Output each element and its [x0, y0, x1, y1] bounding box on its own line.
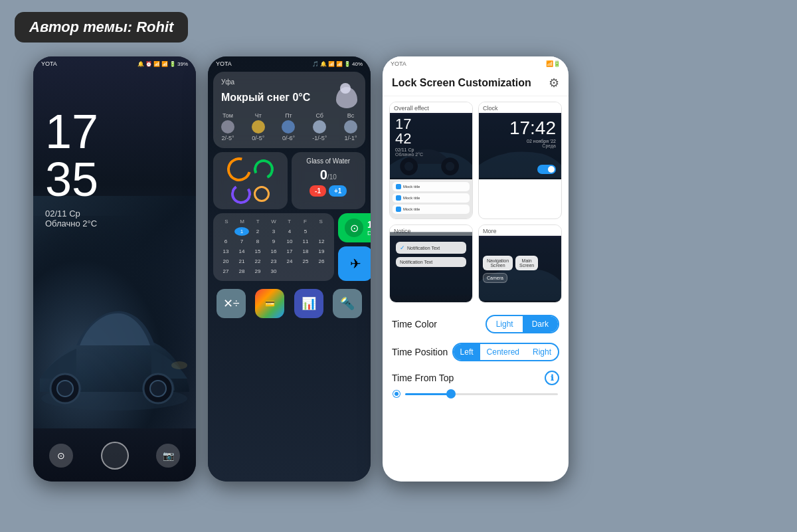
time-color-toggle: Light Dark [486, 315, 559, 333]
data-widget: ⊙ 1.2 GB Data Used [338, 213, 371, 242]
telegram-app-icon[interactable]: ✈ [338, 246, 371, 281]
notif-icon-0 [396, 184, 401, 189]
clock-preview: 17:42 02 ноября '22 Среда [479, 113, 561, 179]
pos-centered[interactable]: Centered [480, 344, 526, 360]
author-text: Автор темы: Rohit [29, 19, 173, 35]
time-position-selector: Left Centered Right [452, 343, 559, 361]
notice-preview: ✓ Notification Text Notification Text [390, 236, 472, 302]
calendar-grid: 1 2 3 4 5 6 7 8 9 10 11 12 [219, 227, 329, 276]
phone3-body: YOTA 📶🔋 Lock Screen Customization ⚙ Over… [383, 56, 569, 482]
settings-controls: Time Color Light Dark Time Position Left… [383, 308, 569, 404]
time-from-top-slider[interactable] [405, 393, 558, 395]
pos-left[interactable]: Left [454, 344, 480, 360]
clock-date: 02 ноября '22 [484, 139, 556, 143]
data-info: 1.2 GB Data Used [367, 219, 371, 236]
phone3-settings: YOTA 📶🔋 Lock Screen Customization ⚙ Over… [383, 56, 569, 482]
overall-weather: Облачно 2°C [395, 152, 467, 157]
wallet-icon[interactable]: 💳 [255, 289, 284, 318]
time-color-light[interactable]: Light [487, 316, 523, 332]
phone1-minute: 35 [45, 155, 184, 203]
phone1-home-button[interactable] [101, 442, 129, 470]
phone1-camera-button[interactable]: ⊙ [49, 444, 73, 468]
phone1-bottom-controls: ⊙ 📷 [33, 442, 196, 470]
notice-card: Notice ✓ Notification Text [389, 224, 473, 303]
clock-card: Clock 17:42 02 ноября '22 Среда [478, 102, 562, 219]
svg-point-5 [150, 381, 166, 397]
notification-row-1: Mock title [393, 193, 470, 203]
author-badge: Автор темы: Rohit [15, 12, 188, 43]
phone-container: YOTA 🔔 ⏰ 📶 📶 🔋 39% 17 35 02/11 Ср Облачн… [33, 56, 569, 482]
notif-icon-2 [396, 207, 401, 212]
overall-time-m: 42 [395, 132, 467, 146]
filter-icon[interactable]: ⚙ [549, 76, 559, 90]
phone1-date: 02/11 Ср [45, 209, 184, 219]
notification-row-2: Mock title [393, 205, 470, 214]
water-count: 0 [320, 167, 327, 183]
notification-row-0: Mock title [393, 182, 470, 191]
svg-point-10 [446, 162, 454, 171]
phone1-flash-button[interactable]: 📷 [156, 444, 180, 468]
clock-day: Среда [484, 143, 556, 148]
slider-thumb[interactable] [446, 389, 456, 399]
phone2-carrier: YOTA [216, 60, 232, 67]
clock-label: Clock [479, 102, 561, 113]
tools-row: ✕÷ 💳 📊 🔦 [213, 289, 365, 318]
svg-point-3 [57, 381, 73, 397]
phone1-clock: 17 35 [45, 108, 184, 203]
audio-icon[interactable]: 📊 [294, 289, 323, 318]
time-from-top-info-icon[interactable]: ℹ [545, 371, 559, 385]
data-size: 1.2 GB [367, 219, 371, 230]
activity-widget [213, 152, 288, 209]
water-widget: Glass of Water 0 /10 -1 +1 [292, 152, 366, 209]
more-option-camera[interactable]: Camera [483, 273, 507, 283]
torch-icon[interactable]: 🔦 [333, 289, 362, 318]
phone1-weather: Облачно 2°C [45, 219, 184, 228]
notif-icon-1 [396, 195, 401, 201]
weather-widget: Уфа Мокрый снег 0°C Том 2/-5° [213, 72, 365, 148]
notice-text-2: Notification Text [396, 257, 466, 267]
phone1-main-content: 17 35 02/11 Ср Облачно 2°C [33, 69, 196, 228]
preview-cards-grid: Overall effect 17 [383, 96, 569, 308]
time-from-top-row: Time From Top ℹ [392, 371, 559, 385]
phone2-status-bar: YOTA 🎵 🔔 📶 📶 🔋 40% [208, 56, 371, 69]
time-color-label: Time Color [392, 319, 437, 329]
pos-right[interactable]: Right [526, 344, 558, 360]
clock-time: 17:42 [484, 118, 556, 139]
overall-time-h: 17 [395, 117, 467, 132]
forecast-day-1: Чт 0/-5° [252, 112, 265, 141]
widget-grid-row1: Glass of Water 0 /10 -1 +1 [213, 152, 365, 209]
more-card: More NavigationScreen MainScreen Camera [478, 224, 562, 303]
forecast-day-0: Том 2/-5° [221, 112, 234, 141]
more-preview: NavigationScreen MainScreen Camera [479, 236, 561, 302]
settings-title: Lock Screen Customization [392, 77, 531, 89]
water-minus-btn[interactable]: -1 [310, 185, 326, 197]
svg-point-8 [404, 162, 413, 171]
forecast-day-2: Пт 0/-6° [282, 112, 295, 141]
more-option-main[interactable]: MainScreen [515, 256, 538, 270]
time-from-top-label: Time From Top [392, 373, 454, 383]
clock-toggle[interactable] [537, 165, 556, 174]
time-color-dark[interactable]: Dark [523, 316, 558, 332]
data-label: Data Used [367, 230, 371, 236]
forecast-day-3: Сб -1/-5° [312, 112, 327, 141]
weather-forecast: Том 2/-5° Чт 0/-5° Пт 0/-6° [221, 112, 357, 141]
more-option-navigation[interactable]: NavigationScreen [483, 256, 513, 270]
water-max: /10 [327, 173, 337, 181]
phone2-status-icons: 🎵 🔔 📶 📶 🔋 40% [312, 61, 363, 67]
time-position-label: Time Position [392, 347, 448, 357]
phone1-status-icons: 🔔 ⏰ 📶 📶 🔋 39% [137, 61, 188, 67]
phone3-status-bar: YOTA 📶🔋 [383, 56, 569, 69]
phone2-appdrawer: YOTA 🎵 🔔 📶 📶 🔋 40% Уфа Мокрый снег 0°C [208, 56, 371, 482]
overall-effect-card: Overall effect 17 [389, 102, 473, 219]
calendar-widget: S M T W T F S 1 2 3 [213, 213, 334, 281]
phone1-lockscreen: YOTA 🔔 ⏰ 📶 📶 🔋 39% 17 35 02/11 Ср Облачн… [33, 56, 196, 482]
calculator-icon[interactable]: ✕÷ [217, 289, 246, 318]
overall-effect-label: Overall effect [390, 102, 472, 113]
slider-start-dot [393, 391, 400, 397]
phone2-body: YOTA 🎵 🔔 📶 📶 🔋 40% Уфа Мокрый снег 0°C [208, 56, 371, 482]
phone1-carrier: YOTA [41, 60, 57, 67]
water-plus-btn[interactable]: +1 [329, 185, 347, 197]
settings-header: Lock Screen Customization ⚙ [383, 69, 569, 96]
phone1-status-bar: YOTA 🔔 ⏰ 📶 📶 🔋 39% [33, 56, 196, 69]
weather-city: Уфа [221, 78, 357, 86]
